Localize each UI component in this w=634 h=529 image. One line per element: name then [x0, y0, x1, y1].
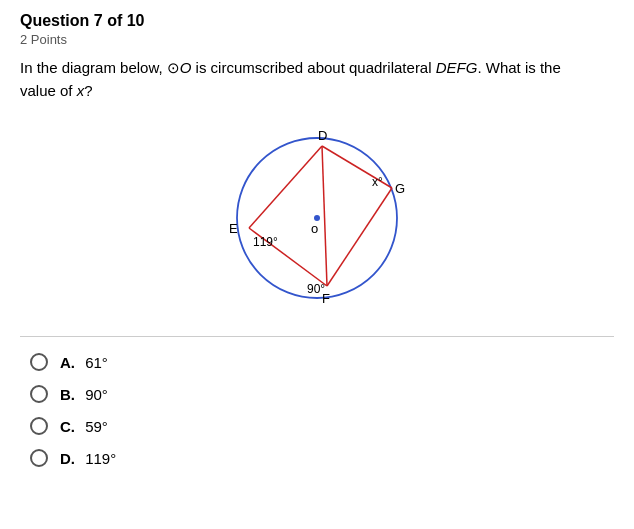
circle-symbol: ⊙: [167, 59, 180, 76]
diagram-svg: D G F E 119° 90° x° o: [207, 118, 427, 318]
options-list: A. 61° B. 90° C. 59° D. 119°: [20, 353, 614, 467]
radio-D[interactable]: [30, 449, 48, 467]
option-B-label: B. 90°: [60, 386, 108, 403]
question-number: Question 7 of 10: [20, 12, 144, 29]
q-defg: DEFG: [436, 59, 478, 76]
points-label: 2 Points: [20, 32, 614, 47]
svg-line-5: [249, 146, 322, 228]
quiz-container: Question 7 of 10 2 Points In the diagram…: [0, 0, 634, 483]
option-A-label: A. 61°: [60, 354, 108, 371]
q-o: O: [180, 59, 192, 76]
angle-x-label: x°: [372, 175, 383, 189]
option-A[interactable]: A. 61°: [30, 353, 614, 371]
option-B[interactable]: B. 90°: [30, 385, 614, 403]
divider: [20, 336, 614, 337]
svg-line-6: [322, 146, 327, 286]
option-C-label: C. 59°: [60, 418, 108, 435]
svg-line-3: [327, 188, 392, 286]
label-G: G: [395, 181, 405, 196]
diagram-area: D G F E 119° 90° x° o: [20, 118, 614, 318]
option-C[interactable]: C. 59°: [30, 417, 614, 435]
q-text-2: is circumscribed about quadrilateral: [191, 59, 435, 76]
label-D: D: [318, 128, 327, 143]
option-D-label: D. 119°: [60, 450, 116, 467]
angle-F-label: 90°: [307, 282, 325, 296]
q-text-1: In the diagram below,: [20, 59, 167, 76]
radio-A[interactable]: [30, 353, 48, 371]
q-text-4: ?: [84, 82, 92, 99]
radio-B[interactable]: [30, 385, 48, 403]
angle-E-label: 119°: [253, 235, 278, 249]
option-D[interactable]: D. 119°: [30, 449, 614, 467]
question-header: Question 7 of 10: [20, 12, 614, 30]
label-E: E: [229, 221, 238, 236]
radio-C[interactable]: [30, 417, 48, 435]
question-text: In the diagram below, ⊙O is circumscribe…: [20, 57, 600, 102]
label-O: o: [311, 221, 318, 236]
